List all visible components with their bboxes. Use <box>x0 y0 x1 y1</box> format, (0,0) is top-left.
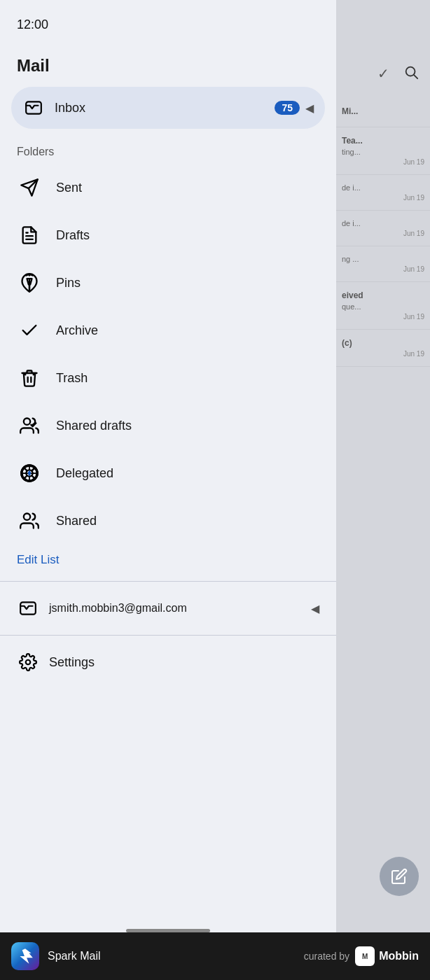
mobbin-logo: M Mobbin <box>355 946 419 966</box>
sidebar-item-shared-drafts[interactable]: Shared drafts <box>0 402 336 449</box>
sidebar-item-sent[interactable]: Sent <box>0 164 336 211</box>
svg-point-24 <box>26 660 31 665</box>
bg-top-bar: ✓ <box>336 49 430 98</box>
sidebar-drawer: 12:00 Mail Inbox 75 ◀ Folders Sent <box>0 0 336 980</box>
trash-label: Trash <box>56 371 88 386</box>
shared-icon <box>17 508 42 533</box>
settings-row[interactable]: Settings <box>0 638 336 686</box>
edit-list-button[interactable]: Edit List <box>0 545 336 578</box>
mobbin-icon: M <box>355 946 375 966</box>
delegated-icon <box>17 461 42 486</box>
sidebar-item-pins[interactable]: Pins <box>0 259 336 307</box>
delegated-label: Delegated <box>56 466 113 481</box>
inbox-badge: 75 <box>275 101 300 115</box>
bg-email-row-2: Tea... ting... Jun 19 <box>336 127 430 175</box>
curated-by-label: curated by <box>304 951 349 962</box>
sidebar-item-shared[interactable]: Shared <box>0 497 336 545</box>
account-email: jsmith.mobbin3@gmail.com <box>49 602 311 615</box>
settings-label: Settings <box>49 655 95 670</box>
inbox-label: Inbox <box>55 101 275 115</box>
folders-label: Folders <box>0 134 336 164</box>
bottom-bar: Spark Mail curated by M Mobbin <box>0 932 430 980</box>
sidebar-item-delegated[interactable]: Delegated <box>0 449 336 497</box>
pins-label: Pins <box>56 276 81 290</box>
bg-email-row-1: Mi... <box>336 98 430 127</box>
spark-mail-app-icon <box>11 942 39 970</box>
bg-email-row-5: ng ... Jun 19 <box>336 246 430 282</box>
svg-point-21 <box>28 472 32 475</box>
bg-email-row-6: eived que... Jun 19 <box>336 282 430 330</box>
mail-title: Mail <box>0 49 336 87</box>
trash-icon <box>17 365 42 391</box>
inbox-icon <box>22 97 45 119</box>
sidebar-item-inbox[interactable]: Inbox 75 ◀ <box>11 87 325 129</box>
inbox-chevron-icon: ◀ <box>305 102 314 115</box>
bg-email-row-3: de i... Jun 19 <box>336 175 430 211</box>
sidebar-time: 12:00 <box>17 18 48 32</box>
divider-bottom <box>0 635 336 636</box>
pins-icon <box>17 270 42 295</box>
sent-icon <box>17 175 42 200</box>
svg-point-22 <box>24 514 30 520</box>
drafts-icon <box>17 223 42 248</box>
mobbin-text: Mobbin <box>379 950 419 962</box>
settings-gear-icon <box>17 651 39 673</box>
bottom-app-name: Spark Mail <box>48 950 304 962</box>
svg-line-1 <box>414 75 417 78</box>
archive-label: Archive <box>56 323 98 338</box>
account-row[interactable]: jsmith.mobbin3@gmail.com ◀ <box>0 584 336 632</box>
bg-email-list: Mi... Tea... ting... Jun 19 de i... Jun … <box>336 98 430 938</box>
archive-icon <box>17 318 42 343</box>
sidebar-item-drafts[interactable]: Drafts <box>0 211 336 259</box>
compose-fab-button[interactable] <box>380 857 419 896</box>
check-icon: ✓ <box>377 65 389 82</box>
shared-label: Shared <box>56 514 97 528</box>
sidebar-item-trash[interactable]: Trash <box>0 354 336 402</box>
sidebar-status-bar: 12:00 <box>0 0 336 49</box>
sidebar-item-archive[interactable]: Archive <box>0 307 336 354</box>
shared-drafts-icon <box>17 413 42 438</box>
search-icon <box>403 64 419 83</box>
account-chevron-icon: ◀ <box>311 602 319 615</box>
svg-point-11 <box>24 419 30 425</box>
bg-email-row-4: de i... Jun 19 <box>336 211 430 246</box>
divider-top <box>0 581 336 582</box>
bg-email-row-7: (c) Jun 19 <box>336 330 430 367</box>
drafts-label: Drafts <box>56 228 90 243</box>
account-mail-icon <box>17 597 39 620</box>
sent-label: Sent <box>56 181 82 195</box>
shared-drafts-label: Shared drafts <box>56 419 132 433</box>
